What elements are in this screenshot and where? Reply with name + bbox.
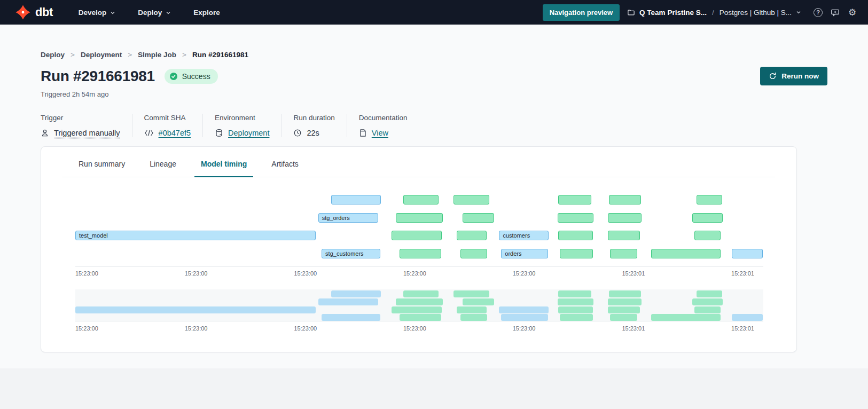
gantt-bar[interactable]: stg_orders bbox=[318, 213, 378, 223]
breadcrumb-item-current-run: Run #291661981 bbox=[192, 51, 248, 59]
gantt-bar[interactable] bbox=[558, 213, 593, 223]
minimap-bar bbox=[608, 298, 642, 305]
time-tick-label: 15:23:00 bbox=[294, 270, 317, 277]
minimap-bar bbox=[463, 298, 494, 305]
gantt-bar[interactable] bbox=[609, 195, 640, 204]
tab-lineage[interactable]: Lineage bbox=[143, 160, 183, 177]
meta-commit-sha: Commit SHA #0b47ef5 bbox=[132, 114, 202, 137]
path-separator: / bbox=[711, 9, 715, 17]
gantt-bar[interactable] bbox=[463, 213, 494, 223]
documentation-view-link[interactable]: View bbox=[372, 129, 388, 137]
gantt-bar[interactable]: orders bbox=[501, 249, 548, 258]
gantt-bar[interactable] bbox=[558, 195, 591, 204]
time-tick-label: 15:23:00 bbox=[513, 325, 536, 332]
dbt-logo-icon bbox=[15, 4, 31, 20]
meta-label: Environment bbox=[215, 114, 269, 122]
folder-icon bbox=[627, 9, 635, 17]
title-row: Run #291661981 Success Rerun now bbox=[41, 67, 827, 85]
gantt-bar[interactable] bbox=[697, 195, 722, 204]
nav-item-deploy[interactable]: Deploy bbox=[138, 9, 171, 17]
minimap-bar bbox=[331, 290, 381, 297]
chevron-down-icon bbox=[110, 10, 115, 15]
timeline-minimap[interactable] bbox=[75, 289, 763, 321]
time-tick-label: 15:23:00 bbox=[513, 270, 536, 277]
user-icon bbox=[41, 129, 49, 137]
time-tick-label: 15:23:00 bbox=[403, 325, 426, 332]
check-circle-icon bbox=[169, 72, 178, 81]
gantt-bar[interactable] bbox=[732, 249, 763, 258]
nav-item-label: Deploy bbox=[138, 9, 162, 17]
settings-icon[interactable]: ⚙ bbox=[847, 7, 857, 18]
minimap-bar bbox=[396, 298, 443, 305]
gantt-bar[interactable] bbox=[608, 231, 640, 240]
gantt-bar[interactable] bbox=[392, 231, 442, 240]
gantt-bar[interactable]: stg_customers bbox=[322, 249, 380, 258]
time-tick-label: 15:23:00 bbox=[75, 270, 98, 277]
gantt-bar[interactable] bbox=[396, 213, 443, 223]
meta-run-duration: Run duration 22s bbox=[281, 114, 346, 137]
gantt-bar[interactable] bbox=[694, 231, 721, 240]
gantt-bar[interactable] bbox=[453, 195, 489, 204]
minimap-bar bbox=[651, 314, 721, 321]
brand-text: dbt bbox=[35, 5, 53, 19]
help-glyph: ? bbox=[814, 8, 823, 17]
rerun-now-button[interactable]: Rerun now bbox=[760, 67, 827, 85]
minimap-bar bbox=[403, 290, 439, 297]
breadcrumb-item-deploy[interactable]: Deploy bbox=[41, 51, 65, 59]
nav-item-explore[interactable]: Explore bbox=[193, 9, 220, 17]
feedback-icon[interactable] bbox=[830, 7, 840, 18]
minimap-time-axis: 15:23:0015:23:0015:23:0015:23:0015:23:00… bbox=[75, 321, 763, 334]
code-icon bbox=[144, 129, 154, 137]
gantt-bar[interactable] bbox=[560, 249, 593, 258]
meta-label: Commit SHA bbox=[144, 114, 191, 122]
account-project-selector[interactable]: Q Team Pristine S... / Postgres | Github… bbox=[627, 9, 801, 17]
nav-item-label: Explore bbox=[193, 9, 220, 17]
app-header: dbt Develop Deploy Explore Navigation pr… bbox=[0, 0, 868, 25]
gantt-bar[interactable] bbox=[558, 231, 592, 240]
gantt-bar[interactable] bbox=[457, 231, 487, 240]
meta-label: Run duration bbox=[293, 114, 334, 122]
breadcrumb-separator: > bbox=[122, 51, 138, 59]
tab-artifacts[interactable]: Artifacts bbox=[265, 160, 305, 177]
time-tick-label: 15:23:01 bbox=[731, 325, 754, 332]
commit-sha-link[interactable]: #0b47ef5 bbox=[159, 129, 191, 137]
status-label: Success bbox=[182, 72, 210, 81]
document-icon bbox=[359, 129, 367, 137]
help-icon[interactable]: ? bbox=[813, 7, 823, 18]
gantt-bar[interactable]: test_model bbox=[75, 231, 316, 240]
gantt-bar[interactable] bbox=[331, 195, 381, 204]
account-name: Q Team Pristine S... bbox=[639, 9, 707, 17]
dbt-logo[interactable]: dbt bbox=[15, 4, 53, 20]
refresh-icon bbox=[769, 72, 777, 80]
gantt-bar[interactable] bbox=[460, 249, 487, 258]
status-badge: Success bbox=[165, 69, 218, 84]
gantt-bar[interactable] bbox=[610, 249, 638, 258]
trigger-value[interactable]: Triggered manually bbox=[54, 129, 120, 137]
header-icons: ? ⚙ bbox=[813, 7, 857, 18]
breadcrumb-item-simple-job[interactable]: SImple Job bbox=[138, 51, 176, 59]
minimap-bar bbox=[732, 314, 763, 321]
minimap-bar bbox=[457, 306, 487, 313]
minimap-bars bbox=[75, 290, 763, 320]
nav-item-develop[interactable]: Develop bbox=[79, 9, 116, 17]
gantt-bar[interactable] bbox=[692, 213, 723, 223]
time-tick-label: 15:23:00 bbox=[75, 325, 98, 332]
run-metadata-row: Trigger Triggered manually Commit SHA #0… bbox=[41, 114, 827, 137]
main-content: Deploy > Deployment > SImple Job > Run #… bbox=[0, 25, 868, 368]
gantt-bar[interactable] bbox=[608, 213, 642, 223]
navigation-preview-button[interactable]: Navigation preview bbox=[543, 4, 620, 21]
time-tick-label: 15:23:00 bbox=[185, 270, 208, 277]
rerun-now-label: Rerun now bbox=[781, 72, 819, 80]
gantt-bar[interactable] bbox=[400, 249, 442, 258]
tab-run-summary[interactable]: Run summary bbox=[72, 160, 131, 177]
gantt-bar[interactable] bbox=[651, 249, 721, 258]
breadcrumb-item-deployment[interactable]: Deployment bbox=[81, 51, 122, 59]
gantt-bar[interactable] bbox=[403, 195, 439, 204]
meta-documentation: Documentation View bbox=[347, 114, 419, 137]
tab-model-timing[interactable]: Model timing bbox=[194, 160, 253, 177]
gantt-bar[interactable]: customers bbox=[499, 231, 549, 240]
environment-link[interactable]: Deployment bbox=[228, 129, 269, 137]
minimap-bar bbox=[322, 314, 380, 321]
time-tick-label: 15:23:01 bbox=[622, 325, 645, 332]
clock-icon bbox=[293, 129, 302, 137]
